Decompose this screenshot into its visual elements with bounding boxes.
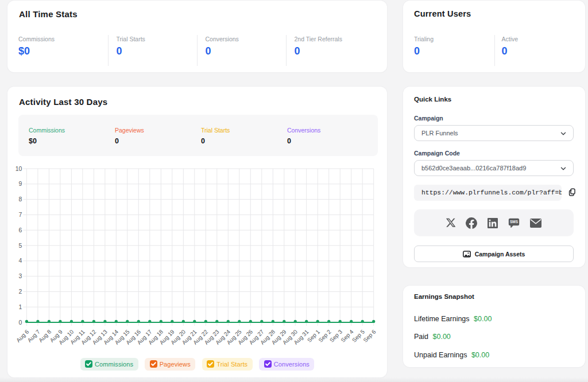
svg-text:10: 10	[16, 165, 22, 172]
svg-text:6: 6	[19, 227, 22, 233]
svg-text:3: 3	[19, 272, 22, 279]
svg-text:SMS: SMS	[510, 220, 519, 224]
svg-text:4: 4	[19, 257, 22, 264]
svg-text:0: 0	[19, 319, 22, 326]
svg-text:9: 9	[19, 180, 22, 187]
svg-text:1: 1	[19, 303, 22, 310]
svg-text:5: 5	[19, 242, 22, 249]
svg-text:2: 2	[19, 288, 22, 295]
svg-text:8: 8	[19, 196, 22, 202]
svg-text:7: 7	[19, 211, 22, 218]
svg-text:Sep 6: Sep 6	[362, 328, 377, 344]
